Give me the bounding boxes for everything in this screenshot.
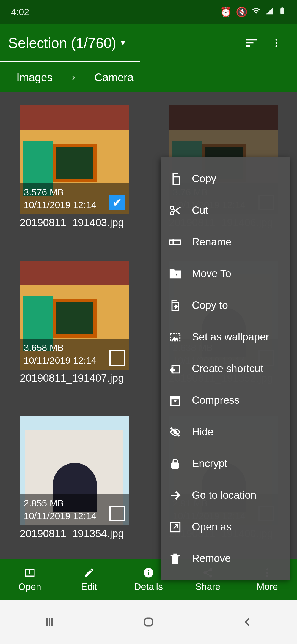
svg-point-0	[276, 39, 277, 41]
alarm-icon: ⏰	[220, 6, 232, 17]
selection-checkbox[interactable]	[109, 506, 125, 521]
breadcrumb: Images › Camera	[0, 62, 297, 92]
thumbnail[interactable]: 3.658 MB 10/11/2019 12:14	[20, 261, 129, 370]
svg-point-1	[276, 42, 277, 44]
ctx-label: Copy	[192, 173, 216, 185]
copy-to-icon	[169, 299, 182, 312]
system-nav-bar	[0, 600, 297, 644]
ctx-label: Move To	[192, 268, 231, 280]
dropdown-triangle-icon: ▼	[119, 39, 127, 47]
wifi-icon	[252, 6, 261, 17]
ctx-label: Rename	[192, 236, 232, 248]
ctx-remove[interactable]: Remove	[161, 543, 290, 574]
svg-point-2	[276, 45, 277, 47]
ctx-label: Encrypt	[192, 458, 227, 470]
svg-text:+: +	[174, 463, 177, 468]
archive-icon	[169, 394, 182, 407]
sort-button[interactable]	[239, 31, 264, 55]
filename-label: 20190811_191354.jpg	[20, 528, 129, 540]
chevron-right-icon: ›	[72, 72, 75, 83]
ctx-rename[interactable]: Rename	[161, 226, 290, 258]
lock-icon: +	[169, 457, 182, 470]
edit-button[interactable]: Edit	[59, 559, 119, 600]
ctx-label: Hide	[192, 426, 213, 438]
eye-off-icon	[169, 426, 182, 438]
ctx-compress[interactable]: Compress	[161, 384, 290, 416]
scissors-icon	[169, 204, 182, 217]
ctx-label: Set as wallpaper	[192, 331, 269, 343]
status-time: 4:02	[11, 7, 29, 17]
ctx-open-as[interactable]: Open as	[161, 511, 290, 543]
copy-icon	[169, 173, 182, 185]
image-tile[interactable]: 3.658 MB 10/11/2019 12:14 20190811_19140…	[20, 261, 129, 384]
status-icons: ⏰ 🔇	[220, 6, 286, 17]
signal-icon	[265, 6, 274, 17]
filename-label: 20190811_191403.jpg	[20, 217, 129, 229]
trash-icon	[169, 552, 182, 565]
svg-rect-16	[148, 572, 149, 575]
folder-arrow-icon	[169, 268, 182, 280]
nav-recents[interactable]	[22, 611, 77, 633]
ctx-hide[interactable]: Hide	[161, 416, 290, 448]
ctx-copy-to[interactable]: Copy to	[161, 290, 290, 321]
selection-title-label: Selection (1/760)	[8, 35, 116, 51]
status-bar: 4:02 ⏰ 🔇	[0, 0, 297, 24]
svg-point-3	[170, 206, 174, 209]
open-label: Open	[18, 581, 41, 592]
nav-back[interactable]	[220, 611, 275, 633]
ctx-copy[interactable]: Copy	[161, 163, 290, 195]
ctx-label: Go to location	[192, 489, 256, 501]
svg-rect-17	[148, 570, 149, 571]
open-external-icon	[169, 521, 182, 533]
share-label: Share	[196, 581, 221, 592]
ctx-label: Create shortcut	[192, 363, 263, 375]
info-icon	[143, 567, 154, 578]
arrow-right-icon	[169, 489, 182, 502]
ctx-label: Open as	[192, 521, 232, 533]
thumbnail[interactable]: 3.576 MB 10/11/2019 12:14	[20, 105, 129, 214]
ctx-go-to-location[interactable]: Go to location	[161, 479, 290, 511]
svg-rect-24	[145, 618, 152, 626]
overflow-menu-button[interactable]	[264, 31, 289, 55]
details-label: Details	[134, 581, 163, 592]
ctx-label: Compress	[192, 394, 240, 406]
ctx-set-wallpaper[interactable]: Set as wallpaper	[161, 321, 290, 353]
filename-label: 20190811_191407.jpg	[20, 372, 129, 384]
svg-point-4	[170, 211, 174, 215]
nav-home[interactable]	[121, 611, 176, 633]
ctx-move-to[interactable]: Move To	[161, 258, 290, 290]
ctx-cut[interactable]: Cut	[161, 195, 290, 226]
selection-title[interactable]: Selection (1/760) ▼	[8, 35, 239, 51]
ctx-create-shortcut[interactable]: Create shortcut	[161, 353, 290, 384]
app-bar: Selection (1/760) ▼	[0, 24, 297, 62]
selection-checkbox[interactable]	[109, 195, 125, 210]
image-tile[interactable]: 2.855 MB 10/11/2019 12:14 20190811_19135…	[20, 416, 129, 540]
thumbnail[interactable]: 2.855 MB 10/11/2019 12:14	[20, 416, 129, 525]
ctx-label: Copy to	[192, 299, 228, 311]
rename-icon	[169, 236, 182, 249]
image-tile[interactable]: 3.576 MB 10/11/2019 12:14 20190811_19140…	[20, 105, 129, 229]
open-button[interactable]: Open	[0, 559, 59, 600]
battery-icon	[278, 6, 286, 17]
image-icon	[169, 331, 182, 343]
title-underline	[0, 61, 140, 62]
breadcrumb-root[interactable]: Images	[16, 71, 53, 84]
pencil-icon	[83, 567, 95, 578]
edit-label: Edit	[81, 581, 97, 592]
mute-icon: 🔇	[236, 6, 248, 17]
shortcut-icon	[169, 362, 182, 375]
ctx-encrypt[interactable]: + Encrypt	[161, 448, 290, 479]
selection-checkbox[interactable]	[109, 350, 125, 366]
breadcrumb-current[interactable]: Camera	[94, 71, 133, 84]
svg-rect-5	[170, 240, 180, 244]
more-label: More	[257, 581, 278, 592]
ctx-label: Remove	[192, 553, 231, 564]
ctx-label: Cut	[192, 204, 208, 216]
context-menu: Copy Cut Rename Move To Copy to Set as w…	[161, 157, 290, 580]
open-icon	[24, 567, 35, 578]
